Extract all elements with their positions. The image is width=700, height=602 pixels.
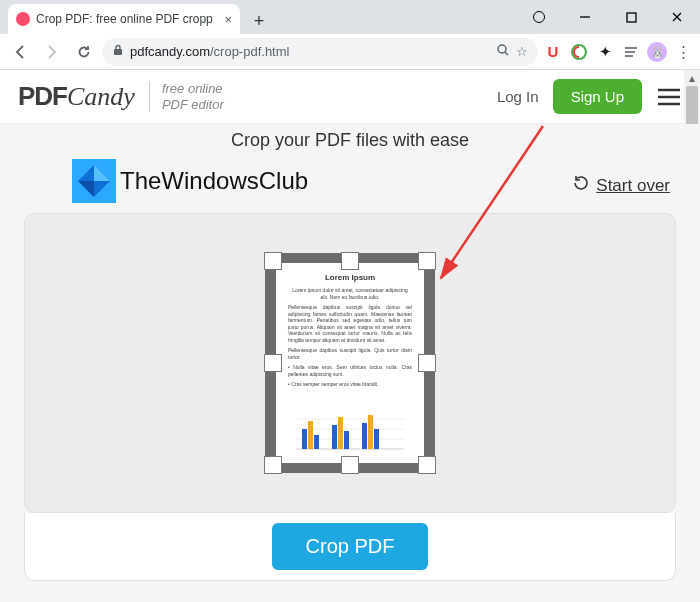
svg-rect-1: [627, 13, 636, 22]
crop-handle-top-center[interactable]: [341, 252, 359, 270]
svg-rect-28: [362, 423, 367, 449]
logo-candy: Candy: [67, 82, 135, 112]
tab-title: Crop PDF: free online PDF cropp: [36, 12, 218, 26]
svg-line-6: [505, 52, 508, 55]
svg-rect-30: [374, 429, 379, 449]
back-button[interactable]: [6, 38, 34, 66]
page: ▲ ▼ PDFCandy free onlinePDF editor Log I…: [0, 70, 700, 602]
address-bar[interactable]: pdfcandy.com/crop-pdf.html ☆: [102, 38, 538, 66]
close-window-button[interactable]: [654, 0, 700, 34]
start-over-label: Start over: [596, 176, 670, 196]
scroll-up-icon[interactable]: ▲: [684, 70, 700, 86]
crop-handle-middle-left[interactable]: [264, 354, 282, 372]
url-text: pdfcandy.com/crop-pdf.html: [130, 44, 490, 59]
reload-button[interactable]: [70, 38, 98, 66]
window-controls: [516, 0, 700, 34]
incognito-indicator-icon: [516, 0, 562, 34]
crop-handle-bottom-left[interactable]: [264, 456, 282, 474]
sample-chart: [296, 409, 404, 453]
lock-icon: [112, 44, 124, 59]
crop-handle-top-right[interactable]: [418, 252, 436, 270]
tagline: free onlinePDF editor: [149, 81, 224, 112]
site-logo[interactable]: PDFCandy: [18, 81, 135, 112]
svg-rect-22: [302, 429, 307, 449]
new-tab-button[interactable]: +: [246, 8, 272, 34]
action-bar: Crop PDF: [24, 513, 676, 581]
crop-frame[interactable]: Lorem Ipsum Lorem ipsum dolor sit amet, …: [265, 253, 435, 473]
browser-toolbar: pdfcandy.com/crop-pdf.html ☆ U ✦ 🐰 ⋮: [0, 34, 700, 70]
start-over-link[interactable]: Start over: [572, 174, 670, 197]
login-link[interactable]: Log In: [497, 88, 539, 105]
zoom-icon[interactable]: [496, 43, 510, 60]
reading-list-icon[interactable]: [620, 41, 642, 63]
pdf-preview: Lorem Ipsum Lorem ipsum dolor sit amet, …: [276, 263, 424, 463]
extension-grammar-icon[interactable]: [568, 41, 590, 63]
svg-rect-29: [368, 415, 373, 449]
crop-canvas-card: Lorem Ipsum Lorem ipsum dolor sit amet, …: [24, 213, 676, 513]
profile-avatar[interactable]: 🐰: [646, 41, 668, 63]
minimize-button[interactable]: [562, 0, 608, 34]
signup-button[interactable]: Sign Up: [553, 79, 642, 114]
crop-handle-bottom-right[interactable]: [418, 456, 436, 474]
maximize-button[interactable]: [608, 0, 654, 34]
refresh-icon: [572, 174, 590, 197]
favicon: [16, 12, 30, 26]
page-headline: Crop your PDF files with ease: [0, 130, 700, 151]
watermark-logo-icon: [72, 159, 116, 203]
forward-button[interactable]: [38, 38, 66, 66]
content: Crop your PDF files with ease TheWindows…: [0, 124, 700, 602]
hamburger-menu-icon[interactable]: [656, 87, 682, 107]
svg-rect-4: [114, 49, 122, 55]
extension-u-icon[interactable]: U: [542, 41, 564, 63]
svg-rect-25: [332, 425, 337, 449]
site-header: PDFCandy free onlinePDF editor Log In Si…: [0, 70, 700, 124]
kebab-menu-icon[interactable]: ⋮: [672, 41, 694, 63]
svg-rect-23: [308, 421, 313, 449]
extensions-puzzle-icon[interactable]: ✦: [594, 41, 616, 63]
titlebar: Crop PDF: free online PDF cropp × +: [0, 0, 700, 34]
browser-chrome: Crop PDF: free online PDF cropp × + pdfc…: [0, 0, 700, 70]
svg-point-5: [498, 45, 506, 53]
crop-handle-bottom-center[interactable]: [341, 456, 359, 474]
tab-close-icon[interactable]: ×: [224, 12, 232, 27]
crop-handle-middle-right[interactable]: [418, 354, 436, 372]
svg-rect-24: [314, 435, 319, 449]
svg-rect-26: [338, 417, 343, 449]
browser-tab[interactable]: Crop PDF: free online PDF cropp ×: [8, 4, 240, 34]
svg-rect-27: [344, 431, 349, 449]
watermark-text: TheWindowsClub: [120, 167, 308, 195]
logo-pdf: PDF: [18, 81, 67, 112]
crop-pdf-button[interactable]: Crop PDF: [272, 523, 429, 570]
crop-handle-top-left[interactable]: [264, 252, 282, 270]
bookmark-star-icon[interactable]: ☆: [516, 44, 528, 59]
